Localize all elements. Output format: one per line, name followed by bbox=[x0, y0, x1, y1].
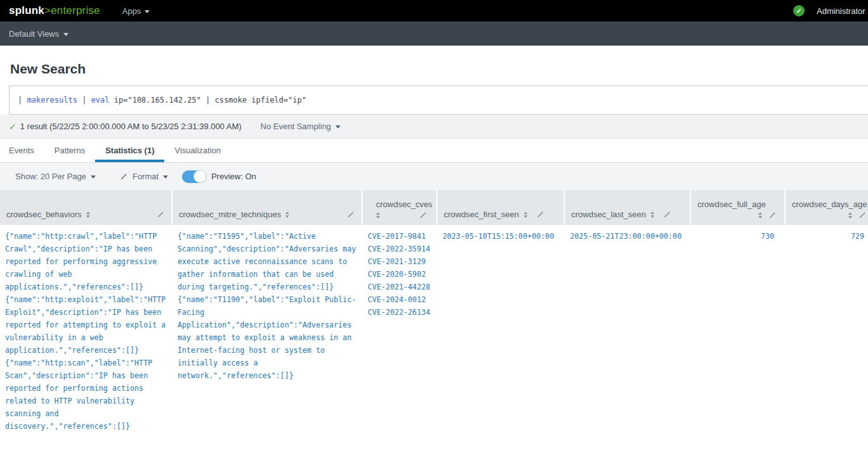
column-header-crowdsec-days-age[interactable]: crowdsec_days_age bbox=[786, 190, 868, 225]
column-header-crowdsec-behaviors[interactable]: crowdsec_behaviors bbox=[0, 190, 171, 225]
toggle-knob bbox=[193, 170, 207, 183]
title-section: New Search bbox=[0, 46, 868, 86]
event-sampling-menu[interactable]: No Event Sampling bbox=[261, 122, 340, 131]
tab-statistics[interactable]: Statistics (1) bbox=[95, 139, 164, 162]
app-nav-bar: Default Views bbox=[0, 22, 868, 46]
default-views-label: Default Views bbox=[9, 29, 59, 39]
default-views-menu[interactable]: Default Views bbox=[9, 29, 68, 39]
topbar-user-area: ✓ Administrator bbox=[793, 0, 865, 22]
edit-column-icon[interactable] bbox=[419, 211, 427, 219]
tab-visualization[interactable]: Visualization bbox=[164, 139, 231, 162]
edit-column-icon[interactable] bbox=[347, 210, 355, 219]
column-header-crowdsec-mitre-techniques[interactable]: crowdsec_mitre_techniques bbox=[172, 190, 361, 225]
statistics-toolbar: Show: 20 Per Page Format Preview: On bbox=[0, 163, 868, 190]
apps-menu[interactable]: Apps bbox=[122, 6, 150, 16]
query-command: eval bbox=[91, 96, 110, 105]
column-label: crowdsec_cves bbox=[369, 200, 430, 209]
column-header-crowdsec-full-age[interactable]: crowdsec_full_age bbox=[691, 190, 784, 225]
results-tabs: Events Patterns Statistics (1) Visualiza… bbox=[0, 139, 868, 163]
query-segment: | bbox=[18, 96, 27, 105]
cell-value: {"name":"T1595","label":"Active Scanning… bbox=[178, 230, 356, 293]
query-segment: | bbox=[77, 96, 91, 105]
per-page-label: Show: 20 Per Page bbox=[15, 172, 86, 181]
edit-column-icon[interactable] bbox=[663, 210, 671, 219]
per-page-menu[interactable]: Show: 20 Per Page bbox=[15, 172, 96, 181]
sort-icon[interactable] bbox=[758, 212, 762, 219]
cell-value: CVE-2020-5902 bbox=[368, 268, 431, 281]
sort-icon[interactable] bbox=[285, 212, 289, 218]
cell-value: {"name":"T1190","label":"Exploit Public-… bbox=[178, 293, 356, 382]
logo-enterprise-text: >enterprise bbox=[44, 4, 100, 16]
chevron-down-icon bbox=[63, 33, 68, 36]
success-check-icon: ✓ bbox=[9, 122, 16, 132]
tab-patterns[interactable]: Patterns bbox=[44, 139, 95, 162]
cell-value: {"name":"http:crawl","label":"HTTP Crawl… bbox=[5, 230, 166, 293]
column-label: crowdsec_behaviors bbox=[6, 210, 82, 219]
column-label: crowdsec_last_seen bbox=[571, 210, 646, 219]
edit-column-icon[interactable] bbox=[536, 210, 545, 219]
query-segment: ip="108.165.142.25" | cssmoke ipfield="i… bbox=[110, 96, 307, 105]
table-header-row: crowdsec_behaviors crowdsec_mitre_techni… bbox=[0, 190, 868, 225]
column-header-crowdsec-first-seen[interactable]: crowdsec_first_seen bbox=[437, 190, 564, 225]
page-title: New Search bbox=[10, 61, 868, 77]
top-nav-bar: splunk>enterprise Apps ✓ Administrator bbox=[0, 0, 868, 22]
cell-crowdsec-cves[interactable]: CVE-2017-9841CVE-2022-35914CVE-2021-3129… bbox=[363, 225, 436, 324]
cell-value: CVE-2017-9841 bbox=[368, 230, 431, 243]
preview-toggle[interactable] bbox=[182, 170, 206, 183]
chevron-down-icon bbox=[335, 125, 340, 129]
column-label: crowdsec_mitre_techniques bbox=[179, 210, 281, 219]
column-header-crowdsec-last-seen[interactable]: crowdsec_last_seen bbox=[565, 190, 690, 225]
edit-column-icon[interactable] bbox=[858, 211, 867, 219]
cell-value: CVE-2021-44228 bbox=[368, 281, 431, 293]
sort-icon[interactable] bbox=[848, 212, 852, 219]
column-label: crowdsec_first_seen bbox=[444, 210, 519, 219]
column-label: crowdsec_days_age bbox=[792, 200, 868, 209]
statistics-table: crowdsec_behaviors crowdsec_mitre_techni… bbox=[0, 190, 868, 438]
sort-icon[interactable] bbox=[86, 212, 90, 218]
sort-icon[interactable] bbox=[376, 212, 380, 219]
table-row: {"name":"http:crawl","label":"HTTP Crawl… bbox=[0, 225, 868, 438]
cell-crowdsec-first-seen[interactable]: 2023-05-10T15:15:00+00:00 bbox=[437, 225, 564, 248]
cell-crowdsec-days-age[interactable]: 729 bbox=[786, 225, 868, 248]
cell-crowdsec-mitre-techniques[interactable]: {"name":"T1595","label":"Active Scanning… bbox=[172, 225, 361, 387]
column-header-crowdsec-cves[interactable]: crowdsec_cves bbox=[363, 190, 436, 225]
cell-value: CVE-2021-3129 bbox=[368, 255, 431, 268]
status-check-icon: ✓ bbox=[793, 5, 805, 16]
query-command: makeresults bbox=[27, 96, 77, 105]
sort-icon[interactable] bbox=[651, 212, 654, 218]
cell-crowdsec-last-seen[interactable]: 2025-05-21T23:00:00+00:00 bbox=[565, 225, 690, 248]
results-info-bar: ✓ 1 result (5/22/25 2:00:00.000 AM to 5/… bbox=[0, 115, 868, 139]
search-input[interactable]: | makeresults | eval ip="108.165.142.25"… bbox=[9, 86, 868, 115]
cell-value: CVE-2024-0012 bbox=[368, 293, 431, 306]
cell-value: CVE-2022-26134 bbox=[368, 306, 431, 319]
cell-crowdsec-behaviors[interactable]: {"name":"http:crawl","label":"HTTP Crawl… bbox=[0, 225, 171, 438]
cell-value: CVE-2022-35914 bbox=[368, 243, 431, 255]
column-label: crowdsec_full_age bbox=[697, 200, 778, 209]
logo-splunk-text: splunk bbox=[9, 4, 44, 16]
cell-value: {"name":"http:exploit","label":"HTTP Exp… bbox=[5, 293, 166, 357]
event-sampling-label: No Event Sampling bbox=[261, 122, 331, 131]
tab-events[interactable]: Events bbox=[9, 139, 44, 162]
search-bar-row: | makeresults | eval ip="108.165.142.25"… bbox=[0, 86, 868, 115]
chevron-down-icon bbox=[91, 175, 96, 179]
format-menu[interactable]: Format bbox=[120, 172, 168, 181]
pencil-icon bbox=[120, 172, 128, 181]
result-summary: 1 result (5/22/25 2:00:00.000 AM to 5/23… bbox=[20, 122, 242, 131]
format-label: Format bbox=[133, 172, 159, 181]
edit-column-icon[interactable] bbox=[157, 210, 165, 219]
edit-column-icon[interactable] bbox=[768, 211, 777, 219]
user-menu[interactable]: Administrator bbox=[817, 6, 865, 16]
splunk-logo[interactable]: splunk>enterprise bbox=[9, 4, 100, 17]
cell-value: {"name":"http:scan","label":"HTTP Scan",… bbox=[5, 357, 166, 433]
chevron-down-icon bbox=[145, 10, 150, 13]
sort-icon[interactable] bbox=[524, 212, 528, 218]
apps-menu-label: Apps bbox=[122, 6, 141, 16]
preview-label: Preview: On bbox=[211, 172, 256, 181]
chevron-down-icon bbox=[163, 175, 168, 179]
cell-crowdsec-full-age[interactable]: 730 bbox=[691, 225, 784, 248]
